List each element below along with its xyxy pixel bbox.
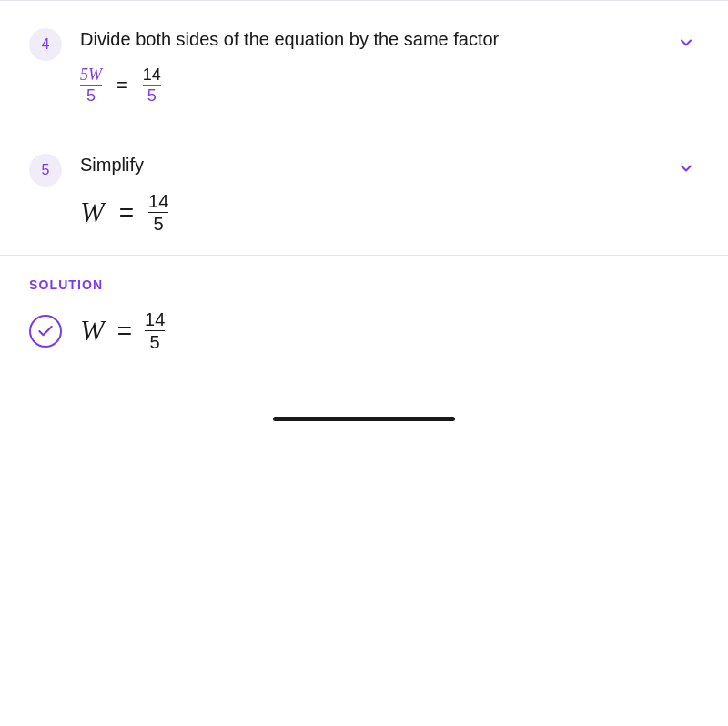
check-icon — [36, 322, 55, 340]
solution-numerator: 14 — [145, 310, 165, 331]
step-4-number: 4 — [29, 28, 62, 61]
solution-equals: = — [117, 317, 132, 346]
check-circle — [29, 315, 62, 348]
step-4-row: 4 Divide both sides of the equation by t… — [0, 0, 728, 126]
step-4-right-numerator: 14 — [143, 66, 161, 86]
step-4-content: Divide both sides of the equation by the… — [80, 26, 699, 104]
step-4-right-denominator: 5 — [147, 86, 157, 104]
step-4-equals: = — [116, 74, 128, 97]
step-4-left-denominator: 5 — [86, 86, 96, 104]
solution-label: SOLUTION — [29, 277, 699, 292]
solution-variable: W — [80, 314, 105, 348]
step-4-left-fraction: 5W 5 — [80, 66, 102, 104]
step-4-title: Divide both sides of the equation by the… — [80, 26, 699, 52]
step-5-right-numerator: 14 — [148, 192, 168, 213]
step-5-equation: W = 14 5 — [80, 192, 699, 233]
step-5-title: Simplify — [80, 152, 699, 177]
solution-equation: W = 14 5 — [80, 310, 165, 351]
step-4-equation: 5W 5 = 14 5 — [80, 66, 699, 104]
main-container: 4 Divide both sides of the equation by t… — [0, 0, 728, 439]
step-4-chevron-button[interactable] — [673, 30, 699, 58]
step-5-content: Simplify W = 14 5 — [80, 152, 699, 233]
step-5-number: 5 — [29, 154, 62, 187]
bottom-line — [273, 417, 455, 421]
bottom-bar — [0, 380, 728, 439]
chevron-down-icon — [677, 159, 695, 177]
solution-content: W = 14 5 — [29, 310, 699, 351]
step-5-right-fraction: 14 5 — [148, 192, 168, 233]
step-4-right-fraction: 14 5 — [143, 66, 161, 104]
step-5-row: 5 Simplify W = 14 5 — [0, 126, 728, 255]
chevron-down-icon — [677, 34, 695, 52]
step-5-equals: = — [119, 198, 134, 227]
solution-denominator: 5 — [150, 331, 160, 351]
solution-fraction: 14 5 — [145, 310, 165, 351]
step-5-variable: W — [80, 196, 105, 229]
step-4-left-numerator: 5W — [80, 66, 102, 84]
step-5-chevron-button[interactable] — [673, 156, 699, 184]
solution-section: SOLUTION W = 14 5 — [0, 255, 728, 380]
step-5-right-denominator: 5 — [154, 213, 164, 233]
